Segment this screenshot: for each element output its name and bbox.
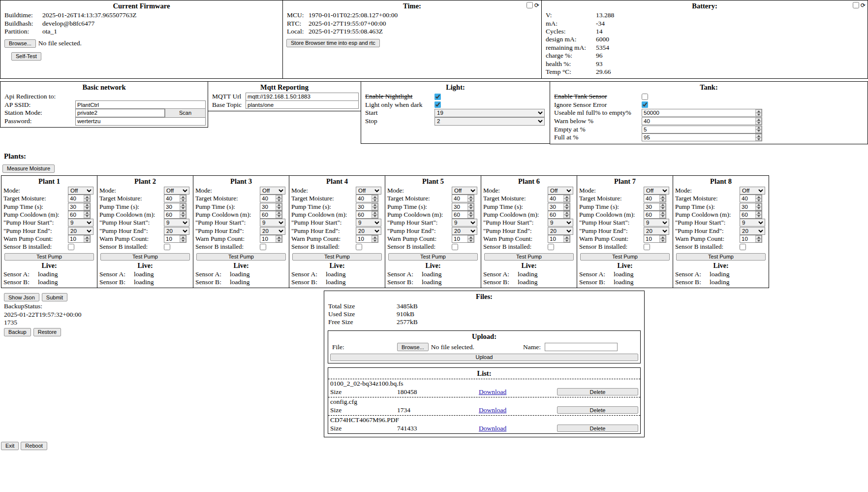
ap-ssid-input[interactable] [75, 100, 206, 109]
test-pump-button[interactable]: Test Pump [388, 253, 478, 261]
spinner-up-button[interactable] [84, 211, 90, 215]
tank-warn-input[interactable] [642, 117, 762, 125]
file-delete-button[interactable]: Delete [557, 406, 638, 414]
store-browser-time-button[interactable]: Store Browser time into esp and rtc [286, 39, 380, 47]
exit-button[interactable]: Exit [1, 442, 19, 450]
plant-sensor-b-checkbox[interactable] [548, 244, 554, 250]
plant-mode-select[interactable]: Off [548, 187, 573, 195]
spinner-up-button[interactable] [563, 211, 570, 215]
spinner-down-button[interactable] [755, 121, 762, 125]
spinner-down-button[interactable] [276, 215, 282, 218]
upload-name-input[interactable] [545, 343, 618, 351]
spinner-down-button[interactable] [659, 215, 666, 218]
tank-ignore-checkbox[interactable] [642, 101, 648, 108]
show-json-button[interactable]: Show Json [4, 293, 39, 301]
password-input[interactable] [75, 117, 206, 126]
spinner-up-button[interactable] [84, 203, 90, 207]
base-topic-input[interactable] [246, 100, 359, 109]
spinner-up-button[interactable] [755, 203, 762, 207]
spinner-up-button[interactable] [659, 195, 666, 198]
spinner-down-button[interactable] [659, 198, 666, 202]
test-pump-button[interactable]: Test Pump [484, 253, 574, 261]
spinner-up-button[interactable] [755, 126, 762, 130]
plant-pump-hour-end-select[interactable]: 20 [164, 227, 189, 235]
battery-refresh-icon[interactable]: ⟳ [861, 2, 866, 8]
plant-pump-hour-start-select[interactable]: 9 [164, 219, 189, 227]
light-stop-select[interactable]: 2 [434, 117, 545, 126]
spinner-down-button[interactable] [467, 207, 474, 210]
plant-mode-select[interactable]: Off [644, 187, 669, 195]
spinner-up-button[interactable] [180, 203, 186, 207]
plant-pump-hour-end-select[interactable]: 20 [644, 227, 669, 235]
spinner-down-button[interactable] [563, 198, 570, 202]
spinner-down-button[interactable] [84, 215, 90, 218]
tank-full-input[interactable] [642, 133, 762, 141]
file-download-link[interactable]: Download [479, 425, 506, 432]
spinner-down-button[interactable] [659, 207, 666, 210]
spinner-up-button[interactable] [755, 118, 762, 121]
spinner-up-button[interactable] [563, 203, 570, 207]
spinner-down-button[interactable] [659, 239, 666, 242]
plant-mode-select[interactable]: Off [260, 187, 285, 195]
spinner-up-button[interactable] [755, 195, 762, 198]
spinner-up-button[interactable] [755, 134, 762, 137]
spinner-up-button[interactable] [372, 235, 378, 239]
plant-pump-hour-start-select[interactable]: 9 [740, 219, 765, 227]
plant-pump-hour-start-select[interactable]: 9 [356, 219, 381, 227]
scan-button[interactable]: Scan [165, 108, 206, 118]
spinner-up-button[interactable] [372, 211, 378, 215]
backup-button[interactable]: Backup [4, 328, 31, 336]
restore-button[interactable]: Restore [33, 328, 62, 336]
upload-browse-button[interactable]: Browse... [397, 343, 429, 351]
spinner-down-button[interactable] [563, 207, 570, 210]
tank-empty-input[interactable] [642, 126, 762, 133]
spinner-down-button[interactable] [276, 207, 282, 210]
file-download-link[interactable]: Download [479, 406, 506, 414]
tank-enable-checkbox[interactable] [642, 94, 648, 100]
spinner-up-button[interactable] [276, 203, 282, 207]
spinner-down-button[interactable] [755, 113, 762, 116]
plant-pump-hour-start-select[interactable]: 9 [260, 219, 285, 227]
plant-pump-hour-end-select[interactable]: 20 [548, 227, 573, 235]
plant-sensor-b-checkbox[interactable] [644, 244, 650, 250]
spinner-down-button[interactable] [372, 239, 378, 242]
spinner-up-button[interactable] [659, 203, 666, 207]
submit-button[interactable]: Submit [42, 293, 67, 301]
spinner-down-button[interactable] [372, 198, 378, 202]
plant-pump-hour-start-select[interactable]: 9 [644, 219, 669, 227]
spinner-down-button[interactable] [755, 215, 762, 218]
light-dark-checkbox[interactable] [434, 101, 441, 108]
spinner-down-button[interactable] [467, 215, 474, 218]
plant-sensor-b-checkbox[interactable] [452, 244, 458, 250]
spinner-down-button[interactable] [84, 207, 90, 210]
spinner-up-button[interactable] [180, 195, 186, 198]
light-start-select[interactable]: 19 [434, 109, 545, 117]
plant-mode-select[interactable]: Off [68, 187, 93, 195]
spinner-down-button[interactable] [84, 198, 90, 202]
spinner-up-button[interactable] [84, 235, 90, 239]
self-test-button[interactable]: Self-Test [11, 52, 41, 61]
spinner-up-button[interactable] [659, 235, 666, 239]
file-delete-button[interactable]: Delete [557, 425, 638, 432]
plant-sensor-b-checkbox[interactable] [164, 244, 170, 250]
spinner-down-button[interactable] [372, 215, 378, 218]
plant-sensor-b-checkbox[interactable] [260, 244, 266, 250]
spinner-up-button[interactable] [563, 235, 570, 239]
file-delete-button[interactable]: Delete [557, 388, 638, 395]
plant-pump-hour-end-select[interactable]: 20 [452, 227, 477, 235]
spinner-up-button[interactable] [755, 235, 762, 239]
spinner-up-button[interactable] [659, 211, 666, 215]
spinner-down-button[interactable] [276, 198, 282, 202]
spinner-up-button[interactable] [755, 211, 762, 215]
test-pump-button[interactable]: Test Pump [196, 253, 286, 261]
plant-mode-select[interactable]: Off [356, 187, 381, 195]
measure-moisture-button[interactable]: Measure Moisture [2, 164, 55, 173]
spinner-down-button[interactable] [755, 198, 762, 202]
spinner-down-button[interactable] [180, 207, 186, 210]
time-refresh-icon[interactable]: ⟳ [534, 2, 539, 8]
spinner-up-button[interactable] [755, 109, 762, 113]
spinner-up-button[interactable] [84, 195, 90, 198]
spinner-down-button[interactable] [755, 130, 762, 133]
spinner-up-button[interactable] [467, 195, 474, 198]
spinner-down-button[interactable] [755, 137, 762, 141]
